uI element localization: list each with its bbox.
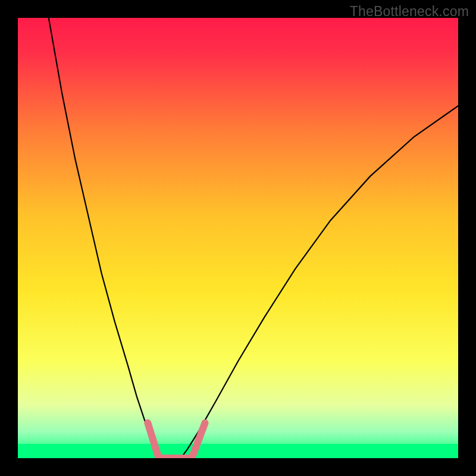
chart-svg [18, 18, 458, 458]
left-marker [148, 423, 158, 458]
watermark-text: TheBottleneck.com [350, 4, 469, 20]
right-marker [192, 423, 205, 458]
chart-frame: TheBottleneck.com [0, 0, 476, 476]
bottleneck-curve [49, 18, 458, 458]
